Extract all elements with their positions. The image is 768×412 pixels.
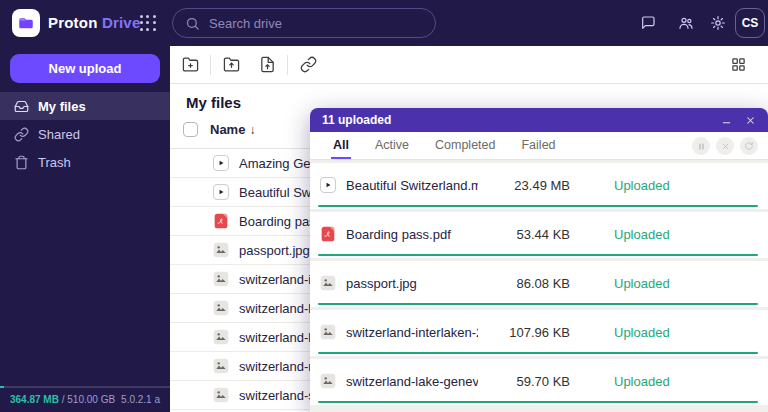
sidebar-item-my-files[interactable]: My files [0,92,170,120]
grid-view-toggle[interactable] [724,51,752,79]
upload-status: Uploaded [614,374,702,389]
top-bar: Proton Drive CS [0,0,768,46]
upload-file-size: 23.49 MB [478,178,570,193]
upload-file-name: switzerland-lake-geneva... on.jpg [346,374,478,389]
cancel-all-button[interactable] [716,137,734,155]
image-file-icon [320,373,336,389]
avatar-initials: CS [742,16,759,30]
upload-panel-header[interactable]: 11 uploaded [310,108,768,132]
upload-file-name: Beautiful Switzerland.mp4 [346,178,478,193]
app-version: 5.0.2.1 a [121,394,160,405]
upload-progress-bar [318,205,758,207]
image-file-icon [213,329,229,345]
upload-tabs: AllActiveCompletedFailed [310,132,768,160]
upload-status: Uploaded [614,227,702,242]
app-title: Proton Drive [48,14,140,31]
restart-all-button[interactable] [740,137,758,155]
tab-active[interactable]: Active [373,138,411,159]
toolbar [170,46,768,84]
app-title-drive: Drive [102,14,141,31]
image-file-icon [213,358,229,374]
feedback-icon[interactable] [640,15,656,31]
pdf-file-icon [320,226,336,242]
storage-total: 510.00 GB [67,394,115,405]
sidebar-item-label: Shared [38,127,80,142]
close-icon[interactable] [744,114,756,126]
upload-file-name: passport.jpg [346,276,478,291]
name-column-header[interactable]: Name [210,122,245,137]
sidebar: New upload My filesSharedTrash 364.87 MB… [0,46,170,412]
pdf-file-icon [213,213,229,229]
sort-descending-icon[interactable]: ↓ [249,123,255,137]
upload-row[interactable]: switzerland-interlaken-2.jpg107.96 KBUpl… [310,310,768,356]
upload-folder-button[interactable] [217,51,245,79]
upload-file-size: 107.96 KB [478,325,570,340]
toolbar-separator [287,55,288,75]
pause-all-button[interactable] [692,137,710,155]
storage-usage: 364.87 MB / 510.00 GB [10,394,115,405]
upload-file-button[interactable] [253,51,281,79]
storage-separator: / [59,394,67,405]
image-file-icon [213,271,229,287]
link-icon [14,127,29,142]
upload-manager-panel: 11 uploaded AllActiveCompletedFailed Bea… [310,108,768,412]
sidebar-item-shared[interactable]: Shared [0,120,170,148]
app-title-product: Proton [48,14,98,31]
video-file-icon [320,177,336,193]
new-upload-button[interactable]: New upload [10,54,160,83]
upload-row-list: Beautiful Switzerland.mp423.49 MBUploade… [310,160,768,405]
minimize-icon[interactable] [720,114,732,126]
image-file-icon [213,300,229,316]
upload-row[interactable]: switzerland-lake-geneva... on.jpg59.70 K… [310,359,768,405]
upload-progress-bar [318,401,758,403]
toolbar-separator [210,55,211,75]
upload-actions [692,137,758,159]
image-file-icon [320,275,336,291]
upload-row[interactable]: Beautiful Switzerland.mp423.49 MBUploade… [310,163,768,209]
upload-file-name: switzerland-interlaken-2.jpg [346,325,478,340]
upload-file-name: Boarding pass.pdf [346,227,478,242]
inbox-icon [14,99,29,114]
image-file-icon [213,387,229,403]
upload-file-size: 59.70 KB [478,374,570,389]
search-icon [185,16,200,31]
upload-progress-bar [318,352,758,354]
folder-logo-icon [17,14,35,32]
upload-progress-bar [318,254,758,256]
storage-used: 364.87 MB [10,394,59,405]
users-icon[interactable] [678,15,694,31]
upload-status: Uploaded [614,178,702,193]
image-file-icon [320,324,336,340]
settings-gear-icon[interactable] [710,15,726,31]
share-link-button[interactable] [294,51,322,79]
image-file-icon [213,242,229,258]
trash-icon [14,155,29,170]
storage-progress-bar [0,386,170,388]
proton-drive-logo[interactable] [12,9,40,37]
upload-status: Uploaded [614,276,702,291]
upload-file-size: 53.44 KB [478,227,570,242]
app-switcher-icon[interactable] [140,15,156,31]
video-file-icon [213,184,229,200]
account-avatar[interactable]: CS [735,8,765,38]
upload-panel-title: 11 uploaded [322,113,391,127]
search-input[interactable] [209,16,409,31]
create-folder-button[interactable] [176,51,204,79]
storage-summary: 364.87 MB / 510.00 GB 5.0.2.1 a [10,394,160,405]
sidebar-item-label: Trash [38,155,71,170]
upload-status: Uploaded [614,325,702,340]
upload-row[interactable]: passport.jpg86.08 KBUploaded [310,261,768,307]
tab-failed[interactable]: Failed [519,138,557,159]
upload-progress-bar [318,303,758,305]
file-name: passport.jpg [239,243,310,258]
search-bar[interactable] [172,8,436,38]
upload-row[interactable]: Boarding pass.pdf53.44 KBUploaded [310,212,768,258]
tab-all[interactable]: All [331,138,351,159]
video-file-icon [213,155,229,171]
tab-completed[interactable]: Completed [433,138,497,159]
sidebar-item-trash[interactable]: Trash [0,148,170,176]
select-all-checkbox[interactable] [183,122,198,137]
sidebar-nav: My filesSharedTrash [0,92,170,176]
sidebar-item-label: My files [38,99,86,114]
upload-file-size: 86.08 KB [478,276,570,291]
